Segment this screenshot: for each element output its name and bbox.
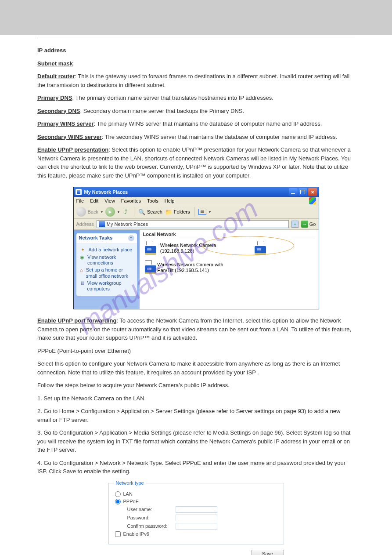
- confirm-password-row: Confirm password:: [115, 523, 277, 530]
- menu-view[interactable]: View: [104, 198, 115, 203]
- views-caret-icon: ▾: [209, 210, 211, 214]
- lan-radio-row[interactable]: LAN: [115, 491, 277, 497]
- enable-upnp-label: Enable UPnP presentation: [37, 146, 108, 153]
- pppoe-heading-line: PPPoE (Point-to-point over Ethernet): [37, 347, 355, 355]
- add-place-icon: ✦: [80, 247, 86, 253]
- address-dropdown-icon[interactable]: ▾: [291, 221, 298, 228]
- pppoe-heading: PPPoE (Point-to-point over Ethernet): [37, 348, 131, 354]
- menu-tools[interactable]: Tools: [147, 198, 158, 203]
- pppoe-radio[interactable]: [115, 499, 121, 504]
- primary-dns-line: Primary DNS: The primary domain name ser…: [37, 94, 355, 102]
- camera-icon-2: [253, 241, 269, 256]
- xp-titlebar[interactable]: My Network Places: [74, 187, 319, 197]
- menu-help[interactable]: Help: [165, 198, 175, 203]
- device-unlabeled[interactable]: [253, 241, 275, 256]
- pppoe-steps-intro: Follow the steps below to acquire your N…: [37, 381, 355, 390]
- back-label: Back: [88, 209, 98, 214]
- up-folder-icon: ⤴: [122, 208, 130, 216]
- network-type-fieldset: Network type LAN PPPoE User name: Passwo…: [108, 483, 284, 544]
- views-button[interactable]: ▾: [198, 209, 211, 215]
- enable-portfwd-line: Enable UPnP port forwarding: To access t…: [37, 316, 355, 342]
- connections-icon: ◉: [80, 254, 85, 261]
- maximize-button[interactable]: [298, 188, 307, 196]
- back-button[interactable]: ◄ Back ▾: [76, 207, 103, 217]
- xp-window: My Network Places File Edit View Favorit…: [73, 187, 319, 309]
- collapse-icon: ⌃: [128, 235, 134, 241]
- forward-button[interactable]: ► ▾: [105, 207, 119, 217]
- secondary-dns-line: Secondary DNS: Secondary domain name ser…: [37, 107, 355, 116]
- task-workgroup[interactable]: 🖥View workgroup computers: [80, 280, 133, 292]
- back-arrow-icon: ◄: [76, 207, 86, 217]
- go-label: Go: [309, 221, 316, 227]
- go-arrow-icon: →: [301, 221, 308, 228]
- device-2-label: Wireless Network Camera with Pan/Tilt (1…: [157, 262, 239, 273]
- pppoe-radio-row[interactable]: PPPoE: [115, 499, 277, 504]
- xp-window-title: My Network Places: [84, 189, 288, 195]
- subnet-mask-label: Subnet mask: [37, 60, 73, 67]
- primary-wins-label: Primary WINS server: [37, 120, 94, 127]
- go-button[interactable]: → Go: [301, 221, 316, 228]
- ip-address-line: IP address: [37, 46, 355, 55]
- up-button[interactable]: ⤴: [122, 208, 130, 216]
- device-camera-1[interactable]: Wireless Network Camera (192.168.5.128): [143, 241, 240, 256]
- address-field[interactable]: My Network Places: [97, 220, 289, 228]
- secondary-wins-desc: : The secondary WINS server that maintai…: [102, 134, 337, 140]
- confirm-password-input[interactable]: [176, 523, 217, 530]
- back-caret-icon: ▾: [101, 210, 103, 214]
- default-router-label: Default router: [37, 73, 75, 80]
- search-button[interactable]: 🔍 Search: [138, 209, 162, 215]
- save-button[interactable]: Save: [252, 550, 284, 555]
- network-places-icon: [76, 189, 82, 195]
- xp-addressbar: Address My Network Places ▾ → Go: [74, 219, 319, 230]
- close-button[interactable]: [308, 188, 317, 196]
- camera-icon-3: [143, 260, 154, 275]
- local-network-header: Local Network: [143, 232, 315, 238]
- lan-label: LAN: [123, 491, 133, 497]
- menu-favorites[interactable]: Favorites: [121, 198, 141, 203]
- views-icon: [198, 209, 206, 215]
- secondary-dns-desc: : Secondary domain name server that back…: [80, 108, 245, 114]
- task-setup-network[interactable]: ⌂Set up a home or small office network: [80, 267, 133, 279]
- task-view-connections[interactable]: ◉View network connections: [80, 254, 133, 266]
- username-label: User name:: [127, 507, 176, 512]
- workgroup-icon: 🖥: [80, 280, 85, 287]
- ipv6-row[interactable]: Enable IPv6: [115, 531, 277, 537]
- primary-wins-line: Primary WINS server: The primary WINS se…: [37, 120, 355, 128]
- toolbar-separator: [134, 207, 134, 217]
- task-pane: Network Tasks ⌃ ✦Add a network place ◉Vi…: [74, 230, 140, 309]
- minimize-button[interactable]: [289, 188, 298, 196]
- username-row: User name:: [115, 506, 277, 513]
- default-router-desc: : This is the gateway used to forward fr…: [37, 73, 349, 88]
- toolbar-separator-2: [194, 207, 194, 217]
- folders-label: Folders: [174, 209, 190, 214]
- folders-button[interactable]: 📁 Folders: [165, 209, 190, 215]
- header-band: [0, 0, 392, 35]
- device-1-label: Wireless Network Camera (192.168.5.128): [160, 243, 240, 254]
- lan-radio[interactable]: [115, 491, 121, 497]
- ipv6-checkbox[interactable]: [115, 531, 121, 537]
- pppoe-step-4: 4. Go to Configuration > Network > Netwo…: [37, 459, 355, 476]
- task-view-label: View network connections: [87, 254, 133, 266]
- device-camera-2[interactable]: Wireless Network Camera with Pan/Tilt (1…: [143, 260, 240, 275]
- secondary-dns-label: Secondary DNS: [37, 108, 80, 114]
- task-add-place[interactable]: ✦Add a network place: [80, 247, 133, 253]
- network-tasks-header[interactable]: Network Tasks ⌃: [76, 233, 137, 243]
- search-label: Search: [147, 209, 162, 214]
- pppoe-label: PPPoE: [123, 499, 139, 504]
- camera-icon: [143, 241, 157, 256]
- username-input[interactable]: [176, 506, 217, 513]
- xp-menubar: File Edit View Favorites Tools Help: [74, 197, 319, 205]
- address-value: My Network Places: [107, 221, 148, 227]
- network-tasks-box: Network Tasks ⌃ ✦Add a network place ◉Vi…: [76, 233, 137, 296]
- network-type-legend: Network type: [114, 480, 146, 486]
- password-row: Password:: [115, 515, 277, 521]
- password-input[interactable]: [176, 515, 217, 521]
- menu-edit[interactable]: Edit: [90, 198, 98, 203]
- menu-file[interactable]: File: [76, 198, 84, 203]
- primary-dns-desc: : The primary domain name server that tr…: [72, 94, 273, 101]
- main-pane: Local Network Wireless Network Camera (1…: [140, 230, 319, 309]
- home-network-icon: ⌂: [80, 267, 83, 273]
- secondary-wins-label: Secondary WINS server: [37, 134, 102, 140]
- folder-icon: 📁: [165, 209, 172, 215]
- search-icon: 🔍: [138, 209, 145, 215]
